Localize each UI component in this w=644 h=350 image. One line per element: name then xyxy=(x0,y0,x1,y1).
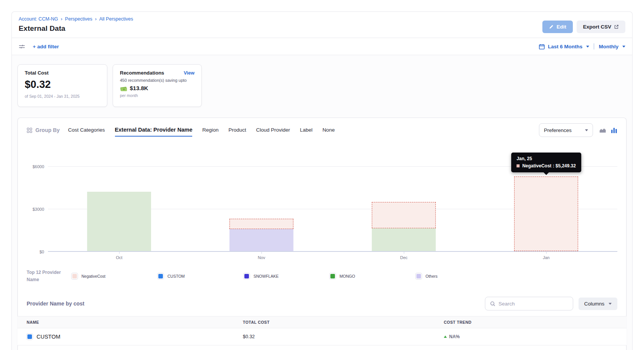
tooltip-value-line: NegativeCost : $5,249.32 xyxy=(516,163,576,169)
tab-none[interactable]: None xyxy=(322,124,335,136)
x-axis-label-jan: Jan xyxy=(475,255,617,260)
bar-segment-mongo[interactable] xyxy=(372,228,436,251)
bar-dec[interactable] xyxy=(372,202,436,251)
table-title: Provider Name by cost xyxy=(27,301,84,307)
money-icon xyxy=(120,85,128,91)
breadcrumb-link[interactable]: Perspectives xyxy=(65,16,92,22)
x-axis-tick xyxy=(546,252,547,254)
total-cost-value: $0.32 xyxy=(25,79,100,91)
perspective-panel: Group By Cost CategoriesExternal Data: P… xyxy=(18,118,626,350)
y-axis-label: $3000 xyxy=(27,207,44,212)
area-chart-icon[interactable] xyxy=(599,127,606,133)
total-cost-period: of Sep 01, 2024 - Jan 31, 2025 xyxy=(25,94,100,99)
time-range-dropdown[interactable]: Last 6 Months xyxy=(548,44,582,49)
legend-item-label: NegativeCost xyxy=(81,274,105,278)
pencil-icon xyxy=(549,24,554,29)
chevron-down-icon xyxy=(622,46,625,48)
total-cost-label: Total Cost xyxy=(25,70,100,76)
export-csv-button[interactable]: Export CSV xyxy=(577,21,625,33)
legend-item-others[interactable]: Others xyxy=(416,273,502,279)
table-header-total-cost: TOTAL COST xyxy=(243,320,444,325)
table-cell-cost-trend: NA% xyxy=(444,334,626,339)
calendar-icon xyxy=(539,44,545,49)
x-axis-label-oct: Oct xyxy=(48,255,190,260)
filter-bar: + add filter Last 6 Months Monthly xyxy=(12,38,632,55)
breadcrumb-separator: › xyxy=(61,16,62,22)
search-input[interactable] xyxy=(499,301,568,307)
view-recommendations-link[interactable]: View xyxy=(184,70,194,76)
tab-external-data-provider-name[interactable]: External Data: Provider Name xyxy=(115,124,193,137)
bar-segment-others[interactable] xyxy=(230,229,293,251)
legend-item-label: Others xyxy=(426,274,438,278)
search-box xyxy=(485,297,573,310)
recommendations-card: Recommendations View 450 recommendation(… xyxy=(113,64,202,107)
columns-button[interactable]: Columns xyxy=(579,298,617,310)
table-row[interactable]: CUSTOM$0.32NA% xyxy=(18,328,626,345)
bar-chart-icon[interactable] xyxy=(611,127,617,133)
legend-swatch xyxy=(72,273,78,279)
chart-column-jan: Jan, 25NegativeCost : $5,249.32 xyxy=(475,145,617,252)
legend-item-mongo[interactable]: MONGO xyxy=(330,273,416,279)
bar-segment-mongo[interactable] xyxy=(87,192,151,251)
legend-item-snowflake[interactable]: SNOWFLAKE xyxy=(244,273,330,279)
edit-button[interactable]: Edit xyxy=(542,21,573,33)
preferences-dropdown[interactable]: Preferences xyxy=(539,123,593,137)
chevron-down-icon xyxy=(585,129,588,131)
chart-columns: Jan, 25NegativeCost : $5,249.32 xyxy=(48,145,617,252)
trend-value: NA% xyxy=(449,334,460,339)
breadcrumb-link[interactable]: All Perspectives xyxy=(99,16,133,22)
table-header-cost-trend: COST TREND xyxy=(444,320,626,325)
chart-column-oct xyxy=(48,145,190,252)
legend-item-negativecost[interactable]: NegativeCost xyxy=(72,273,158,279)
bar-segment-negativecost[interactable] xyxy=(514,177,578,251)
page-header: Account: CCM-NG›Perspectives›All Perspec… xyxy=(12,12,632,38)
tab-product[interactable]: Product xyxy=(228,124,246,136)
recommendations-per: per month xyxy=(120,93,194,98)
group-by-row: Group By Cost CategoriesExternal Data: P… xyxy=(27,123,617,137)
content-area: Total Cost $0.32 of Sep 01, 2024 - Jan 3… xyxy=(12,55,632,350)
tab-cloud-provider[interactable]: Cloud Provider xyxy=(256,124,290,136)
add-filter-button[interactable]: + add filter xyxy=(33,44,59,49)
bar-nov[interactable] xyxy=(230,219,293,251)
columns-label: Columns xyxy=(584,301,604,307)
chevron-down-icon xyxy=(609,303,612,305)
recommendations-label: Recommendations xyxy=(120,70,164,76)
x-axis-label-dec: Dec xyxy=(333,255,475,260)
tab-label[interactable]: Label xyxy=(300,124,312,136)
edit-button-label: Edit xyxy=(556,24,566,30)
legend-item-custom[interactable]: CUSTOM xyxy=(158,273,244,279)
breadcrumb-link[interactable]: Account: CCM-NG xyxy=(19,16,58,22)
legend-item-label: MONGO xyxy=(340,274,355,278)
granularity-dropdown[interactable]: Monthly xyxy=(599,44,618,49)
legend-swatch xyxy=(330,273,336,279)
x-axis-tick xyxy=(119,252,120,254)
filter-sliders-icon[interactable] xyxy=(19,44,25,49)
tab-region[interactable]: Region xyxy=(202,124,218,136)
bar-oct[interactable] xyxy=(87,192,151,251)
page-title: External Data xyxy=(19,24,133,33)
export-csv-label: Export CSV xyxy=(583,24,611,30)
x-axis-tick xyxy=(261,252,262,254)
legend-item-label: CUSTOM xyxy=(167,274,185,278)
breadcrumb-separator: › xyxy=(95,16,96,22)
trend-up-icon xyxy=(444,336,447,338)
table-header-name: NAME xyxy=(18,320,243,325)
table-body: CUSTOM$0.32NA% xyxy=(18,328,626,345)
chart-column-dec xyxy=(333,145,475,252)
grid-icon xyxy=(27,127,32,133)
tab-cost-categories[interactable]: Cost Categories xyxy=(68,124,105,136)
table-cell-total-cost: $0.32 xyxy=(243,334,444,339)
bar-segment-negativecost[interactable] xyxy=(230,219,293,229)
chart-x-axis-labels: OctNovDecJan xyxy=(48,255,617,260)
preferences-label: Preferences xyxy=(544,127,572,133)
x-axis-tick xyxy=(404,252,404,254)
app-frame: Account: CCM-NG›Perspectives›All Perspec… xyxy=(11,11,633,350)
breadcrumb: Account: CCM-NG›Perspectives›All Perspec… xyxy=(19,16,133,22)
chart-tooltip: Jan, 25NegativeCost : $5,249.32 xyxy=(511,153,581,172)
group-by-label: Group By xyxy=(35,127,60,133)
bar-jan[interactable] xyxy=(514,177,578,251)
bar-segment-negativecost[interactable] xyxy=(372,202,436,228)
table-header-row: NAMETOTAL COSTCOST TREND xyxy=(18,316,626,328)
recommendations-subtitle: 450 recommendation(s) saving upto xyxy=(120,78,194,83)
chart-legend: Top 12 Provider Name NegativeCostCUSTOMS… xyxy=(27,260,617,291)
